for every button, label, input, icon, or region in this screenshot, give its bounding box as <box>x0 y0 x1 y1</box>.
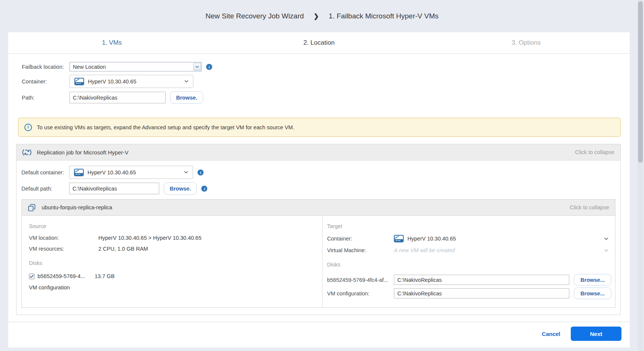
vm-location-label: VM location: <box>29 235 98 241</box>
replication-job-body: Default container: HyperV 10.30.40.65 <box>17 160 620 315</box>
info-banner-text: To use existing VMs as targets, expand t… <box>37 124 294 130</box>
default-path-label: Default path: <box>21 186 69 192</box>
collapse-toggle[interactable]: Click to collapse <box>570 204 609 210</box>
target-vm-config-label: VM configuration: <box>327 290 394 297</box>
info-circle-icon: i <box>24 124 32 131</box>
container-label: Container: <box>22 79 69 85</box>
target-container-label: Container: <box>327 236 394 242</box>
vm-resources-value: 2 CPU, 1.0 GB RAM <box>98 246 148 252</box>
browse-target-vm-config-button[interactable]: Browse... <box>574 287 611 299</box>
info-icon[interactable]: i <box>206 64 212 70</box>
vm-resources-label: VM resources: <box>29 246 98 252</box>
tab-location[interactable]: 2. Location <box>216 32 423 53</box>
browse-target-disk-button[interactable]: Browse... <box>574 274 611 286</box>
source-disks-heading: Disks <box>29 260 315 266</box>
wizard-steps: 1. VMs 2. Location 3. Options <box>8 32 630 54</box>
wizard-step-title: 1. Failback Microsoft Hyper-V VMs <box>329 12 438 20</box>
collapse-toggle[interactable]: Click to collapse <box>575 149 614 155</box>
info-banner: i To use existing VMs as targets, expand… <box>18 118 621 137</box>
source-heading: Source <box>29 223 315 229</box>
hyperv-host-icon <box>74 78 84 85</box>
target-disks-heading: Disks <box>327 262 611 268</box>
default-path-input[interactable] <box>69 183 159 194</box>
target-heading: Target <box>327 223 611 229</box>
vm-name: ubuntu-forquis-replica-replica <box>42 204 112 210</box>
replication-job-title: Replication job for Microsoft Hyper-V <box>37 149 128 156</box>
disk-size: 13.7 GB <box>95 273 115 279</box>
vm-panel-body: Source VM location: HyperV 10.30.40.65 >… <box>22 216 615 307</box>
target-column: Target Container: H <box>323 216 615 307</box>
container-value: HyperV 10.30.40.65 <box>88 79 136 85</box>
location-form: Failback location: New Location i Contai… <box>8 54 630 107</box>
vm-location-value: HyperV 10.30.40.65 > HyperV 10.30.40.65 <box>98 235 201 241</box>
replication-job-header[interactable]: Replication job for Microsoft Hyper-V Cl… <box>17 144 620 160</box>
default-container-dropdown[interactable]: HyperV 10.30.40.65 <box>69 166 193 179</box>
path-input[interactable] <box>69 92 166 103</box>
chevron-down-icon[interactable] <box>604 238 608 240</box>
target-vm-placeholder[interactable]: A new VM will be created <box>394 247 455 253</box>
info-icon[interactable]: i <box>198 169 204 176</box>
failback-location-label: Failback location: <box>22 64 69 70</box>
hyperv-host-icon <box>74 169 84 176</box>
next-button[interactable]: Next <box>571 327 621 341</box>
breadcrumb-separator-icon: ❯ <box>314 12 319 20</box>
default-container-value: HyperV 10.30.40.65 <box>87 169 136 176</box>
failback-location-select[interactable]: New Location <box>69 62 202 71</box>
hyperv-host-icon <box>394 235 404 242</box>
vm-panel: ubuntu-forquis-replica-replica Click to … <box>21 199 615 308</box>
vm-configuration-label: VM configuration <box>29 284 315 290</box>
wizard-title: New Site Recovery Job Wizard <box>205 12 304 20</box>
path-label: Path: <box>22 95 69 101</box>
chevron-down-icon[interactable] <box>604 249 608 252</box>
scrollbar-track[interactable] <box>638 0 643 351</box>
vm-icon <box>28 204 36 212</box>
chevron-down-icon <box>184 171 188 174</box>
scrollbar-thumb[interactable] <box>638 1 643 163</box>
default-container-label: Default container: <box>21 169 69 176</box>
container-dropdown[interactable]: HyperV 10.30.40.65 <box>69 75 193 88</box>
target-disk-label: b5652459-5769-4fc4-af... <box>327 277 394 283</box>
combobox-arrow-icon[interactable] <box>193 63 201 71</box>
browse-path-button[interactable]: Browse. <box>170 91 203 104</box>
disk-checkbox[interactable] <box>29 274 35 279</box>
chevron-down-icon <box>184 80 189 83</box>
target-vm-label: Virtual Machine: <box>327 247 394 253</box>
tab-vms[interactable]: 1. VMs <box>8 32 216 53</box>
wizard-footer: Cancel Next <box>8 322 630 348</box>
failback-location-value: New Location <box>70 64 193 70</box>
wizard-header: New Site Recovery Job Wizard ❯ 1. Failba… <box>0 0 644 32</box>
source-disk-row: b5652459-5769-4... 13.7 GB <box>29 273 315 279</box>
target-disk-path-input[interactable] <box>394 275 569 285</box>
tab-options[interactable]: 3. Options <box>422 32 630 53</box>
browse-default-path-button[interactable]: Browse. <box>164 182 197 195</box>
target-vm-config-path-input[interactable] <box>394 288 569 298</box>
disk-name: b5652459-5769-4... <box>38 273 95 279</box>
target-container-value[interactable]: HyperV 10.30.40.65 <box>407 236 456 242</box>
vm-panel-header[interactable]: ubuntu-forquis-replica-replica Click to … <box>22 200 615 216</box>
replication-job-section: Replication job for Microsoft Hyper-V Cl… <box>16 144 621 315</box>
wizard-card: 1. VMs 2. Location 3. Options Failback l… <box>8 32 630 348</box>
replication-icon <box>22 148 32 157</box>
info-icon[interactable]: i <box>201 186 207 192</box>
source-column: Source VM location: HyperV 10.30.40.65 >… <box>22 216 323 307</box>
cancel-button[interactable]: Cancel <box>542 331 560 337</box>
